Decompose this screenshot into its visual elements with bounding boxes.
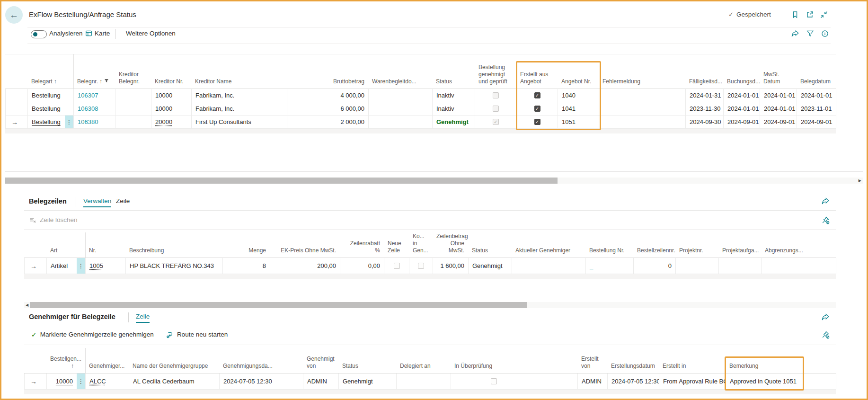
card-button[interactable]: Karte: [95, 30, 110, 37]
cell-kreditor-name[interactable]: Fabrikam, Inc.: [192, 89, 287, 102]
cell-projektnr[interactable]: [676, 258, 719, 274]
cell-zeilenbetrag[interactable]: 1 600,00: [433, 258, 469, 274]
col-zeilenbetrag[interactable]: Zeilenbetrag Ohne MwSt.: [433, 233, 468, 258]
approve-selected-button[interactable]: ✓ Markierte Genehmigerzeile genehmigen: [31, 331, 154, 338]
col-kreditor-name[interactable]: Kreditor Name: [191, 78, 287, 89]
cell-erstellt-aus-angebot[interactable]: ✓: [517, 102, 558, 115]
col-kreditor-belegnr[interactable]: Kreditor Belegnr.: [115, 71, 151, 89]
cell-bestellung-genehmigt[interactable]: ✓: [475, 102, 517, 115]
cell-buchungsdatum[interactable]: 2024-01-01: [724, 89, 760, 102]
cell-projektaufgabe[interactable]: [719, 258, 762, 274]
cell-kreditor-belegnr[interactable]: [115, 89, 151, 102]
col-nr[interactable]: Nr.: [85, 247, 125, 258]
cell-status[interactable]: Inaktiv: [433, 89, 475, 102]
col-neue-zeile[interactable]: Neue Zeile: [384, 240, 409, 258]
col-beschreibung[interactable]: Beschreibung: [125, 247, 222, 258]
col-status[interactable]: Status: [468, 247, 512, 258]
col-belegnr[interactable]: Belegnr.↑: [73, 78, 115, 89]
col-ek-preis[interactable]: EK-Preis Ohne MwSt.: [270, 247, 340, 258]
tab-zeile[interactable]: Zeile: [116, 197, 130, 206]
cell-bestellzeilennr[interactable]: 0: [634, 258, 676, 274]
back-button[interactable]: ←: [5, 6, 23, 24]
cell-ko-in-gen[interactable]: ✓: [409, 258, 433, 274]
cell-bestellung-nr[interactable]: _: [586, 258, 634, 274]
cell-kreditor-belegnr[interactable]: [115, 102, 151, 115]
col-buchungsdatum[interactable]: Buchungsd...: [723, 78, 760, 89]
scroll-right-arrow-icon[interactable]: ▶: [857, 178, 863, 183]
cell-fehlermeldung[interactable]: [599, 102, 686, 115]
col-erstellt-in[interactable]: Erstellt in: [659, 363, 726, 373]
cell-angebot-nr[interactable]: 1051: [558, 116, 599, 128]
scrollbar-thumb[interactable]: [5, 178, 558, 184]
cell-mwst-datum[interactable]: 2024-01-01: [760, 102, 797, 115]
cell-belegdatum[interactable]: 2023-11-01: [797, 102, 836, 115]
cell-aktueller-genehmiger[interactable]: [512, 258, 586, 274]
cell-angebot-nr[interactable]: 1040: [558, 89, 599, 102]
cell-belegnr[interactable]: 106308: [74, 102, 115, 115]
col-fehlermeldung[interactable]: Fehlermeldung: [599, 78, 685, 89]
horizontal-scrollbar[interactable]: ◀: [24, 302, 836, 308]
cell-belegnr[interactable]: 106307: [74, 89, 115, 102]
cell-erstellt-in[interactable]: From Approval Rule BC: [659, 373, 726, 389]
cell-kreditor-nr[interactable]: 20000: [151, 116, 192, 128]
cell-menge[interactable]: 8: [223, 258, 270, 274]
cell-ueberpruefung[interactable]: ✓: [451, 373, 578, 389]
more-options-button[interactable]: Weitere Optionen: [126, 30, 176, 37]
cell-bruttobetrag[interactable]: 4 000,00: [287, 89, 369, 102]
col-bruttobetrag[interactable]: Bruttobetrag: [287, 78, 368, 89]
cell-bemerkung[interactable]: Approved in Quote 1051: [726, 373, 836, 389]
col-abgrenzung[interactable]: Abgrenzungs...: [761, 247, 836, 258]
tab-verwalten[interactable]: Verwalten: [83, 197, 111, 207]
cell-angebot-nr[interactable]: 1041: [558, 102, 599, 115]
cell-erstellt-aus-angebot[interactable]: ✓: [517, 89, 558, 102]
col-belegdatum[interactable]: Belegdatum: [797, 78, 836, 89]
col-projektaufgabe[interactable]: Projektaufga...: [718, 247, 761, 258]
cell-status[interactable]: Genehmigt: [433, 116, 475, 128]
col-angebot-nr[interactable]: Angebot Nr.: [558, 78, 599, 89]
col-erstellt-aus-angebot[interactable]: Erstellt aus Angebot: [516, 71, 558, 89]
analyze-label[interactable]: Analysieren: [49, 30, 83, 37]
col-bestellzeilennr[interactable]: Bestellzeilennr.: [633, 247, 675, 258]
cell-gruppe[interactable]: AL Cecilia Cederbaum: [129, 373, 220, 389]
cell-status[interactable]: Inaktiv: [433, 102, 475, 115]
col-aktueller-genehmiger[interactable]: Aktueller Genehmiger: [512, 247, 585, 258]
cell-bruttobetrag[interactable]: 2 000,00: [287, 116, 369, 128]
info-icon[interactable]: [821, 29, 829, 38]
cell-kreditor-nr[interactable]: 10000: [151, 102, 192, 115]
cell-kreditor-name[interactable]: Fabrikam, Inc.: [192, 102, 287, 115]
cell-kreditor-name[interactable]: First Up Consultants: [192, 116, 287, 128]
cell-kreditor-nr[interactable]: 10000: [151, 89, 192, 102]
row-menu-icon[interactable]: ⋮: [77, 373, 85, 389]
cell-neue-zeile[interactable]: ✓: [384, 258, 409, 274]
table-row[interactable]: Bestellung 106307 10000 Fabrikam, Inc. 4…: [5, 89, 836, 102]
restart-route-button[interactable]: Route neu starten: [166, 331, 228, 338]
cell-buchungsdatum[interactable]: 2024-01-01: [724, 102, 760, 115]
cell-belegnr[interactable]: 106380: [74, 116, 115, 128]
col-genehmiger[interactable]: Genehmiger...: [85, 363, 129, 373]
col-zeilenrabatt[interactable]: Zeilenrabatt %: [340, 240, 384, 258]
cell-fehlermeldung[interactable]: [599, 116, 686, 128]
tab-zeile[interactable]: Zeile: [136, 313, 150, 323]
unpin-icon[interactable]: [821, 330, 830, 339]
cell-warenbegleitdok[interactable]: [369, 89, 433, 102]
cell-kreditor-belegnr[interactable]: [115, 116, 151, 128]
cell-bestellgen[interactable]: 10000⋮: [47, 373, 86, 389]
table-row-selected[interactable]: → Bestellung⋮ 106380 20000 First Up Cons…: [5, 116, 836, 129]
cell-fehlermeldung[interactable]: [599, 89, 686, 102]
cell-mwst-datum[interactable]: 2024-01-01: [760, 89, 797, 102]
cell-belegart[interactable]: Bestellung: [28, 89, 74, 102]
table-row-selected[interactable]: → Artikel⋮ 1005 HP BLÄCK TREFÄRG NO.343 …: [24, 258, 836, 274]
cell-art[interactable]: Artikel⋮: [47, 258, 86, 274]
col-projektnr[interactable]: Projektnr.: [675, 247, 718, 258]
cell-belegdatum[interactable]: 2024-09-01: [797, 116, 836, 128]
unpin-icon[interactable]: [821, 216, 830, 224]
share-icon[interactable]: [821, 197, 830, 205]
col-mwst-datum[interactable]: MwSt. Datum: [760, 71, 797, 89]
col-bestellung-nr[interactable]: Bestellung Nr.: [585, 247, 633, 258]
scroll-left-arrow-icon[interactable]: ◀: [24, 303, 30, 307]
col-bestellung-genehmigt[interactable]: Bestellung genehmigt und geprüft: [475, 64, 516, 89]
row-menu-icon[interactable]: ⋮: [77, 258, 85, 274]
col-status[interactable]: Status: [432, 78, 475, 89]
scrollbar-thumb[interactable]: [30, 302, 527, 308]
col-gruppe[interactable]: Name der Genehmigergruppe: [129, 363, 219, 373]
